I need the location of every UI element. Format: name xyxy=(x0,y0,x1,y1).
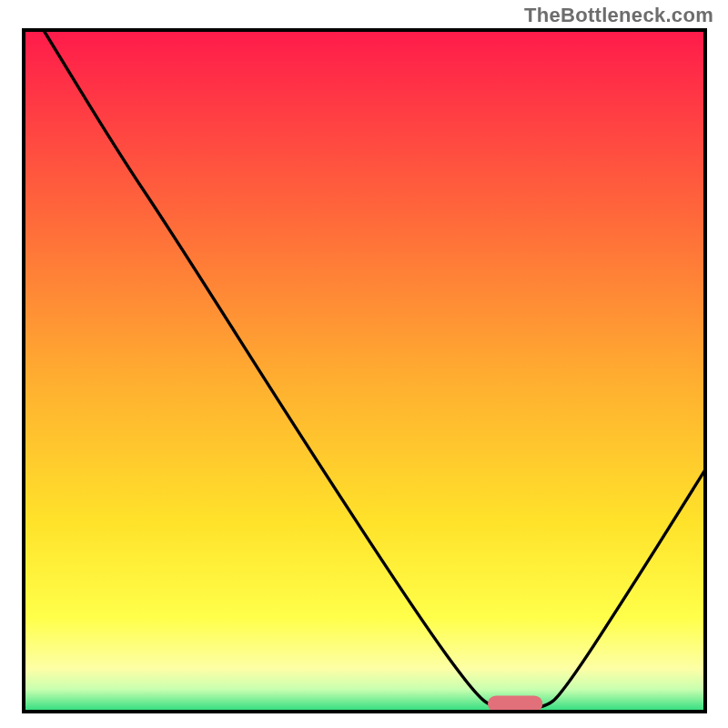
bottleneck-chart xyxy=(22,28,707,713)
optimal-marker xyxy=(488,695,542,712)
watermark-text: TheBottleneck.com xyxy=(524,4,713,27)
chart-container xyxy=(22,28,707,713)
gradient-background xyxy=(22,28,707,713)
